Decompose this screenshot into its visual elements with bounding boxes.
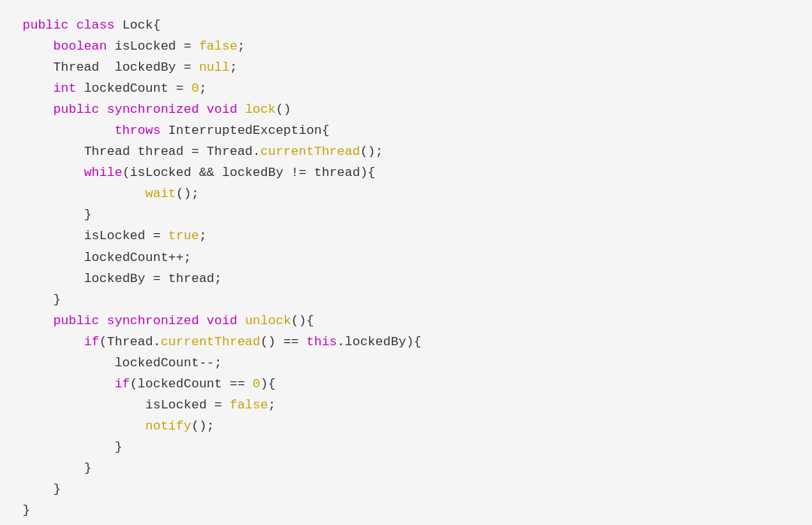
code-container: public class Lock{ boolean isLocked = fa… xyxy=(0,0,812,525)
code-block: public class Lock{ boolean isLocked = fa… xyxy=(23,15,789,521)
